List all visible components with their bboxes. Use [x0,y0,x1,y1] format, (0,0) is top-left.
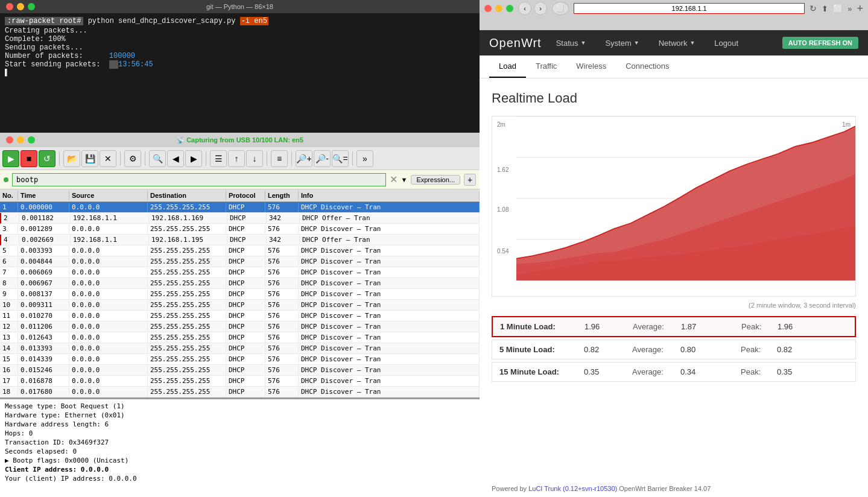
auto-refresh-btn[interactable]: AUTO REFRESH ON [782,37,858,49]
table-row[interactable]: 1 0.000000 0.0.0.0 255.255.255.255 DHCP … [0,202,480,213]
browser-back-btn[interactable]: ‹ [518,2,531,15]
ws-dot-minimize[interactable] [17,136,24,144]
browser-tab-btn[interactable]: ⬜ [552,2,569,15]
browser-address-input[interactable]: 192.168.1.1 [574,3,805,14]
ws-mark-btn[interactable]: ☰ [210,150,227,167]
ws-filter-input[interactable] [12,173,386,186]
browser-top: ‹ › ⬜ 192.168.1.1 ↻ ⬆ ⬜ » + [480,0,868,17]
ws-dot-maximize[interactable] [28,136,35,144]
ws-restart-btn[interactable]: ↺ [39,150,55,167]
tab-wireless[interactable]: Wireless [566,55,616,78]
stats-peak-value: 1.96 [778,322,793,331]
table-row[interactable]: 18 0.017680 0.0.0.0 255.255.255.255 DHCP… [0,387,480,397]
terminal-body[interactable]: :raw-packet root# python send_dhcp_disco… [0,13,480,133]
ws-stop-btn[interactable]: ■ [21,150,37,167]
table-row[interactable]: 7 0.006069 0.0.0.0 255.255.255.255 DHCP … [0,267,480,278]
table-row[interactable]: 4 0.002669 192.168.1.1 192.168.1.195 DHC… [0,235,480,245]
ws-filter-dropdown[interactable]: ▼ [401,176,408,183]
ws-filter-expression[interactable]: Expression... [411,175,460,185]
ws-filter-clear[interactable]: ✕ [390,174,398,185]
nav-status[interactable]: Status ▼ [551,36,591,50]
table-row[interactable]: 3 0.001289 0.0.0.0 255.255.255.255 DHCP … [0,224,480,235]
ws-more-btn[interactable]: » [356,150,373,167]
packet-dst: 255.255.255.255 [148,246,226,255]
detail-line: Client IP address: 0.0.0.0 [2,465,477,474]
table-row[interactable]: 8 0.006967 0.0.0.0 255.255.255.255 DHCP … [0,278,480,289]
ws-save-btn[interactable]: 💾 [81,150,98,167]
packet-len: 576 [265,290,299,299]
table-row[interactable]: 16 0.015246 0.0.0.0 255.255.255.255 DHCP… [0,365,480,376]
chart-label-162: 1.62 [497,166,508,173]
openwrt-panel: OpenWrt Status ▼ System ▼ Network ▼ Logo… [480,30,868,497]
table-row[interactable]: 5 0.003393 0.0.0.0 255.255.255.255 DHCP … [0,245,480,256]
dot-close[interactable] [6,3,13,10]
browser-fwd-btn[interactable]: › [534,2,547,15]
tab-traffic[interactable]: Traffic [526,55,566,78]
packet-proto: DHCP [226,311,265,320]
dot-minimize[interactable] [17,3,24,10]
packet-len: 342 [267,214,300,223]
table-row[interactable]: 11 0.010270 0.0.0.0 255.255.255.255 DHCP… [0,311,480,321]
detail-line: Message type: Boot Request (1) [2,402,477,411]
packet-no: 1 [0,203,18,212]
right-panel: ‹ › ⬜ 192.168.1.1 ↻ ⬆ ⬜ » + OpenWrt Stat… [480,0,868,497]
packet-len: 576 [265,279,299,288]
table-row[interactable]: 9 0.008137 0.0.0.0 255.255.255.255 DHCP … [0,289,480,300]
browser-more-btn[interactable]: » [847,4,852,13]
table-row[interactable]: 14 0.013393 0.0.0.0 255.255.255.255 DHCP… [0,343,480,354]
ws-dot-close[interactable] [6,136,13,144]
ws-filter-add[interactable]: + [464,174,476,186]
table-row[interactable]: 15 0.014339 0.0.0.0 255.255.255.255 DHCP… [0,354,480,365]
table-row[interactable]: 17 0.016878 0.0.0.0 255.255.255.255 DHCP… [0,376,480,387]
ws-fwd-btn[interactable]: ▶ [185,150,202,167]
ws-start-btn[interactable]: ▶ [2,150,19,167]
packet-no: 14 [0,344,18,353]
packet-len: 576 [265,246,299,255]
stats-label: 1 Minute Load: [500,322,584,331]
ws-zoomin-btn[interactable]: 🔎+ [296,150,312,167]
browser-newplus-btn[interactable]: + [857,2,863,15]
browser-share-btn[interactable]: ⬆ [822,4,828,13]
browser-dot-maximize[interactable] [506,5,513,12]
table-row[interactable]: 6 0.004844 0.0.0.0 255.255.255.255 DHCP … [0,256,480,267]
footer-link[interactable]: LuCI Trunk (0.12+svn-r10530) [528,485,617,492]
ws-capture-icon: 📡 [176,136,186,144]
nav-network[interactable]: Network ▼ [654,36,700,50]
ws-zoomreset-btn[interactable]: 🔍= [332,150,349,167]
browser-dot-close[interactable] [484,5,492,12]
packet-src: 0.0.0.0 [69,387,148,396]
ws-close-btn[interactable]: ✕ [100,150,116,167]
nav-status-chevron: ▼ [581,40,586,46]
ws-find-btn[interactable]: 🔍 [149,150,166,167]
ws-open-btn[interactable]: 📂 [63,150,80,167]
dot-maximize[interactable] [28,3,35,10]
table-row[interactable]: 2 0.001182 192.168.1.1 192.168.1.169 DHC… [0,213,480,224]
table-row[interactable]: 13 0.012643 0.0.0.0 255.255.255.255 DHCP… [0,332,480,343]
packet-src: 0.0.0.0 [69,322,148,331]
browser-dot-minimize[interactable] [495,5,502,12]
browser-addtab-btn[interactable]: ⬜ [833,4,843,13]
ws-table-body[interactable]: 1 0.000000 0.0.0.0 255.255.255.255 DHCP … [0,202,480,397]
packet-len: 576 [265,224,299,233]
wireshark-window: 📡 Capturing from USB 10/100 LAN: en5 ▶ ■… [0,133,480,497]
packet-no: 13 [0,333,18,342]
table-row[interactable]: 10 0.009311 0.0.0.0 255.255.255.255 DHCP… [0,300,480,311]
table-row[interactable]: 12 0.011206 0.0.0.0 255.255.255.255 DHCP… [0,321,480,332]
detail-line: Transaction ID: 0x3469f327 [2,438,477,447]
tab-load[interactable]: Load [489,55,526,78]
ws-zoomout-btn[interactable]: 🔎- [314,150,331,167]
tab-connections[interactable]: Connections [616,55,679,78]
nav-system[interactable]: System ▼ [600,36,644,50]
browser-reload-btn[interactable]: ↻ [809,4,817,13]
col-no-header: No. [0,191,18,200]
nav-logout[interactable]: Logout [709,36,743,50]
ws-back-btn[interactable]: ◀ [167,150,184,167]
ws-reload-btn[interactable]: ⚙ [124,150,141,167]
ws-detail-panel[interactable]: Message type: Boot Request (1)Hardware t… [0,397,480,497]
packet-src: 0.0.0.0 [69,257,148,266]
ws-markup-btn[interactable]: ↑ [228,150,245,167]
ws-cols-btn[interactable]: ≡ [271,150,288,167]
packet-time: 0.001182 [19,214,71,223]
ws-markdn-btn[interactable]: ↓ [246,150,263,167]
packet-len: 576 [265,257,299,266]
